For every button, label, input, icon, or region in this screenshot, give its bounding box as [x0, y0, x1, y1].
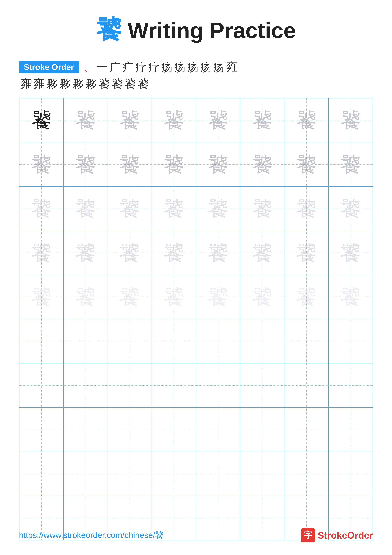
grid-cell-r6c6[interactable] — [240, 319, 284, 363]
grid-char: 饕 — [208, 198, 228, 219]
grid-cell-r7c5[interactable] — [196, 363, 240, 407]
grid-cell-r5c6[interactable]: 饕 — [240, 275, 284, 319]
grid-cell-r6c2[interactable] — [64, 319, 107, 363]
grid-cell-r2c5[interactable]: 饕 — [196, 142, 240, 186]
grid-cell-r1c3[interactable]: 饕 — [108, 98, 152, 142]
grid-cell-r4c3[interactable]: 饕 — [108, 231, 152, 275]
grid-char: 饕 — [296, 110, 317, 131]
grid-cell-r4c4[interactable]: 饕 — [152, 231, 196, 275]
grid-cell-r5c5[interactable]: 饕 — [196, 275, 240, 319]
grid-char: 饕 — [75, 287, 96, 307]
grid-cell-r2c1[interactable]: 饕 — [19, 142, 64, 186]
grid-cell-r4c2[interactable]: 饕 — [64, 231, 107, 275]
grid-cell-r1c5[interactable]: 饕 — [196, 98, 240, 142]
grid-char: 饕 — [340, 198, 361, 219]
grid-cell-r5c4[interactable]: 饕 — [152, 275, 196, 319]
grid-cell-r7c8[interactable] — [328, 363, 373, 407]
grid-cell-r9c5[interactable] — [196, 452, 240, 496]
grid-cell-r1c6[interactable]: 饕 — [240, 98, 284, 142]
grid-char: 饕 — [119, 154, 140, 175]
grid-cell-r7c2[interactable] — [64, 363, 107, 407]
stroke-order-badge: Stroke Order — [19, 61, 79, 73]
grid-cell-r2c3[interactable]: 饕 — [108, 142, 152, 186]
grid-cell-r1c8[interactable]: 饕 — [328, 98, 373, 142]
stroke-char-10: 疡 — [200, 59, 212, 75]
grid-char: 饕 — [296, 154, 317, 175]
logo-text: StrokeOrder — [318, 530, 373, 541]
grid-cell-r7c1[interactable] — [19, 363, 64, 407]
grid-char: 饕 — [208, 287, 228, 307]
grid-cell-r4c1[interactable]: 饕 — [19, 231, 64, 275]
grid-cell-r1c2[interactable]: 饕 — [64, 98, 107, 142]
grid-cell-r9c7[interactable] — [284, 452, 328, 496]
grid-cell-r6c7[interactable] — [284, 319, 328, 363]
grid-cell-r6c4[interactable] — [152, 319, 196, 363]
grid-cell-r3c8[interactable]: 饕 — [328, 187, 373, 231]
grid-cell-r9c6[interactable] — [240, 452, 284, 496]
footer-url[interactable]: https://www.strokeorder.com/chinese/饕 — [19, 530, 163, 541]
grid-cell-r9c8[interactable] — [328, 452, 373, 496]
practice-grid[interactable]: 饕 饕 饕 饕 饕 饕 饕 饕 饕 饕 饕 — [19, 98, 373, 540]
stroke-char-16: 夥 — [59, 76, 71, 91]
grid-cell-r8c7[interactable] — [284, 408, 328, 452]
grid-cell-r8c8[interactable] — [328, 408, 373, 452]
grid-char: 饕 — [208, 242, 228, 263]
grid-cell-r4c8[interactable]: 饕 — [328, 231, 373, 275]
stroke-char-14: 雍 — [34, 76, 45, 91]
grid-char: 饕 — [75, 154, 96, 175]
grid-cell-r4c5[interactable]: 饕 — [196, 231, 240, 275]
grid-cell-r5c2[interactable]: 饕 — [64, 275, 107, 319]
grid-cell-r7c6[interactable] — [240, 363, 284, 407]
grid-cell-r3c5[interactable]: 饕 — [196, 187, 240, 231]
grid-cell-r3c7[interactable]: 饕 — [284, 187, 328, 231]
grid-cell-r9c2[interactable] — [64, 452, 107, 496]
grid-cell-r2c6[interactable]: 饕 — [240, 142, 284, 186]
grid-cell-r2c8[interactable]: 饕 — [328, 142, 373, 186]
stroke-char-22: 饕 — [137, 76, 149, 91]
grid-char: 饕 — [252, 287, 273, 307]
grid-cell-r8c1[interactable] — [19, 408, 64, 452]
grid-cell-r8c5[interactable] — [196, 408, 240, 452]
grid-cell-r1c7[interactable]: 饕 — [284, 98, 328, 142]
grid-cell-r3c4[interactable]: 饕 — [152, 187, 196, 231]
grid-cell-r2c4[interactable]: 饕 — [152, 142, 196, 186]
grid-cell-r6c8[interactable] — [328, 319, 373, 363]
grid-cell-r5c7[interactable]: 饕 — [284, 275, 328, 319]
grid-char: 饕 — [31, 242, 52, 263]
grid-char: 饕 — [340, 110, 361, 131]
grid-cell-r1c4[interactable]: 饕 — [152, 98, 196, 142]
grid-cell-r8c6[interactable] — [240, 408, 284, 452]
grid-cell-r2c2[interactable]: 饕 — [64, 142, 107, 186]
stroke-char-8: 疡 — [174, 59, 186, 75]
stroke-chars-row1: 、 一 广 疒 疗 疗 疡 疡 疡 疡 疡 雍 — [84, 59, 237, 75]
grid-cell-r9c3[interactable] — [108, 452, 152, 496]
grid-cell-r5c8[interactable]: 饕 — [328, 275, 373, 319]
grid-char: 饕 — [31, 198, 52, 219]
grid-char: 饕 — [75, 110, 96, 131]
grid-cell-r1c1[interactable]: 饕 — [19, 98, 64, 142]
grid-char: 饕 — [296, 198, 317, 219]
stroke-order-row2: 雍 雍 夥 夥 夥 夥 饕 饕 饕 饕 — [19, 76, 373, 91]
grid-cell-r3c6[interactable]: 饕 — [240, 187, 284, 231]
grid-cell-r9c1[interactable] — [19, 452, 64, 496]
grid-cell-r8c4[interactable] — [152, 408, 196, 452]
stroke-char-20: 饕 — [111, 76, 123, 91]
grid-cell-r4c6[interactable]: 饕 — [240, 231, 284, 275]
grid-cell-r3c2[interactable]: 饕 — [64, 187, 107, 231]
grid-cell-r6c1[interactable] — [19, 319, 64, 363]
grid-cell-r5c1[interactable]: 饕 — [19, 275, 64, 319]
grid-cell-r7c4[interactable] — [152, 363, 196, 407]
grid-cell-r3c1[interactable]: 饕 — [19, 187, 64, 231]
grid-cell-r8c3[interactable] — [108, 408, 152, 452]
grid-cell-r5c3[interactable]: 饕 — [108, 275, 152, 319]
stroke-char-19: 饕 — [98, 76, 110, 91]
grid-cell-r7c3[interactable] — [108, 363, 152, 407]
grid-cell-r8c2[interactable] — [64, 408, 107, 452]
grid-cell-r6c5[interactable] — [196, 319, 240, 363]
grid-cell-r3c3[interactable]: 饕 — [108, 187, 152, 231]
grid-cell-r4c7[interactable]: 饕 — [284, 231, 328, 275]
grid-cell-r6c3[interactable] — [108, 319, 152, 363]
grid-cell-r7c7[interactable] — [284, 363, 328, 407]
grid-cell-r2c7[interactable]: 饕 — [284, 142, 328, 186]
grid-cell-r9c4[interactable] — [152, 452, 196, 496]
